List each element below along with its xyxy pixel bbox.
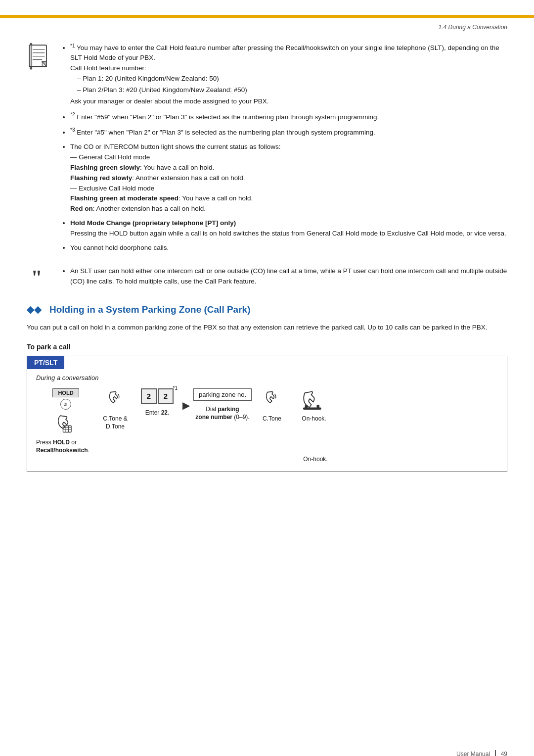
note-6-text: You cannot hold doorphone calls. xyxy=(70,244,169,251)
header-section-label: 1.4 During a Conversation xyxy=(439,24,507,31)
onhook-label-bottom: On-hook. xyxy=(293,456,338,463)
note-4-fr-slowly-label: Flashing red slowly xyxy=(70,174,132,182)
main-content: *1 You may have to enter the Call Hold f… xyxy=(0,15,534,502)
hold-button[interactable]: HOLD xyxy=(52,388,79,397)
note-2-sup: *2 xyxy=(70,112,75,117)
page-container: 1.4 During a Conversation xyxy=(0,15,534,756)
step-onhook: On-hook. xyxy=(292,388,336,423)
note-1-subheading: Call Hold feature number: xyxy=(70,64,146,72)
step-hold-icon: HOLD or xyxy=(36,388,95,435)
note-4-red-on-label: Red on xyxy=(70,205,93,212)
step-parking-icon: parking zone no. xyxy=(193,388,252,401)
note-5-text: Pressing the HOLD button again while a c… xyxy=(70,230,506,237)
step-22-label: Enter 22. xyxy=(145,409,170,417)
note-4: The CO or INTERCOM button light shows th… xyxy=(70,142,507,214)
enter22-sup: *1 xyxy=(173,385,178,391)
ctone-phone-icon xyxy=(263,388,281,410)
note-3-text: Enter "#5" when "Plan 2" or "Plan 3" is … xyxy=(77,129,375,136)
diagram-header: PT/SLT xyxy=(27,356,64,369)
footer: User Manual 49 xyxy=(456,750,507,756)
warning-list: An SLT user can hold either one intercom… xyxy=(61,266,507,287)
note-6: You cannot hold doorphone calls. xyxy=(70,243,507,253)
note-3-sup: *3 xyxy=(70,127,75,133)
diagram-box: PT/SLT During a conversation HOLD or xyxy=(27,356,507,472)
step-ctone: C.Tone xyxy=(252,388,292,423)
warning-section: " An SLT user can hold either one interc… xyxy=(27,266,507,291)
section-title: Holding in a System Parking Zone (Call P… xyxy=(49,304,250,315)
footer-manual-label: User Manual xyxy=(456,751,490,756)
warning-text: An SLT user can hold either one intercom… xyxy=(70,267,507,285)
step-parking-zone: parking zone no. Dial parkingzone number… xyxy=(193,388,252,422)
warning-icon: " xyxy=(27,267,52,291)
step-hold: HOLD or xyxy=(36,388,95,455)
step-parking-label: Dial parkingzone number (0–9). xyxy=(195,405,249,422)
svg-rect-17 xyxy=(305,405,308,408)
note-4-exclusive-hold: — Exclusive Call Hold mode xyxy=(70,185,154,192)
note-2-text: Enter "#59" when "Plan 2" or "Plan 3" is… xyxy=(77,113,379,121)
note-1-sub-1: Plan 1: 20 (United Kingdom/New Zealand: … xyxy=(77,74,507,84)
note-2: *2 Enter "#59" when "Plan 2" or "Plan 3"… xyxy=(70,111,507,122)
step-tone: C.Tone &D.Tone xyxy=(95,388,135,431)
section-heading: ◆◆ Holding in a System Parking Zone (Cal… xyxy=(27,304,507,315)
section-description: You can put a call on hold in a common p… xyxy=(27,322,507,333)
svg-text:": " xyxy=(31,267,42,289)
note-1-sublist: Plan 1: 20 (United Kingdom/New Zealand: … xyxy=(70,74,507,95)
note-1-sub-2: Plan 2/Plan 3: #20 (United Kingdom/New Z… xyxy=(77,85,507,95)
svg-rect-18 xyxy=(317,405,320,408)
diamond-icon: ◆◆ xyxy=(27,304,42,315)
btn-2-first[interactable]: 2 xyxy=(141,388,157,404)
onhook-icon xyxy=(301,388,327,410)
note-4-fr-slowly-value: : Another extension has a call on hold. xyxy=(132,174,245,182)
svg-rect-1 xyxy=(29,45,32,66)
note-4-fg-moderate-value: : You have a call on hold. xyxy=(178,194,253,202)
step-ctone-icon xyxy=(263,388,281,410)
parking-zone-box: parking zone no. xyxy=(193,388,252,401)
book-icon xyxy=(27,43,52,257)
recall-bold: Recall/hookswitch xyxy=(36,447,88,454)
svg-point-8 xyxy=(30,43,32,46)
note-4-general-hold: — General Call Hold mode xyxy=(70,153,150,161)
note-5: Hold Mode Change (proprietary telephone … xyxy=(70,218,507,239)
notes-list: *1 You may have to enter the Call Hold f… xyxy=(61,42,507,253)
note-4-red-on-value: : Another extension has a call on hold. xyxy=(93,205,206,212)
slt-phone-icon xyxy=(54,411,78,435)
step-onhook-label: On-hook. xyxy=(302,415,326,423)
note-1: *1 You may have to enter the Call Hold f… xyxy=(70,42,507,107)
notes-content: *1 You may have to enter the Call Hold f… xyxy=(61,42,507,257)
step-onhook-icon xyxy=(301,388,327,410)
step-enter22: 2 2 *1 Enter 22. xyxy=(135,388,179,417)
or-circle: or xyxy=(60,399,71,410)
note-4-fg-slowly-label: Flashing green slowly xyxy=(70,164,140,171)
warning-content: An SLT user can hold either one intercom… xyxy=(61,266,507,291)
note-1-footer: Ask your manager or dealer about the mod… xyxy=(70,97,268,105)
note-4-text: The CO or INTERCOM button light shows th… xyxy=(70,143,280,150)
note-4-fg-moderate-label: Flashing green at moderate speed xyxy=(70,194,178,202)
step-tone-label: C.Tone &D.Tone xyxy=(103,415,127,431)
step-22-icon: 2 2 *1 xyxy=(141,388,174,404)
sub-heading: To park a call xyxy=(27,343,507,351)
tone-phone-icon xyxy=(106,388,124,410)
note-3: *3 Enter "#5" when "Plan 2" or "Plan 3" … xyxy=(70,126,507,138)
notes-section: *1 You may have to enter the Call Hold f… xyxy=(27,42,507,257)
step-ctone-label: C.Tone xyxy=(263,415,281,423)
footer-page-number: 49 xyxy=(501,751,507,756)
header-bar xyxy=(0,15,534,18)
step-tone-icon xyxy=(106,388,124,410)
arrow-1: ▶ xyxy=(179,399,193,411)
step-hold-label: Press HOLD orRecall/hookswitch. xyxy=(36,438,89,455)
footer-divider xyxy=(495,750,496,756)
steps-row: HOLD or xyxy=(36,388,498,455)
note-1-text: You may have to enter the Call Hold feat… xyxy=(70,44,499,62)
svg-point-9 xyxy=(30,67,32,69)
warning-item: An SLT user can hold either one intercom… xyxy=(70,266,507,287)
diagram-body: During a conversation HOLD or xyxy=(27,374,507,463)
btn-2-second[interactable]: 2 xyxy=(158,388,174,404)
note-4-fg-slowly-value: : You have a call on hold. xyxy=(140,164,214,171)
hold-bold: HOLD xyxy=(53,439,70,446)
diagram-during: During a conversation xyxy=(36,374,498,381)
note-5-bold: Hold Mode Change (proprietary telephone … xyxy=(70,219,236,227)
note-1-sup: *1 xyxy=(70,44,75,51)
